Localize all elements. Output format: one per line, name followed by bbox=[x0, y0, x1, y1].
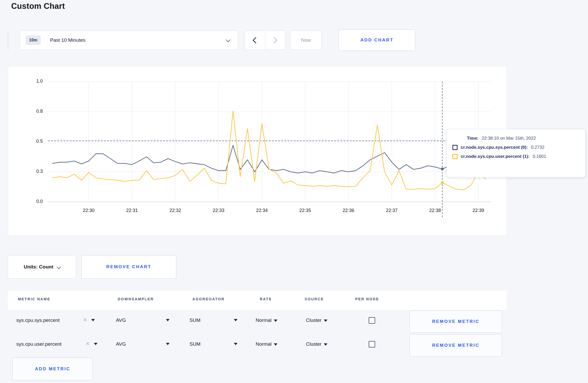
aggregator-caret-icon[interactable] bbox=[234, 343, 237, 345]
source-caret-icon bbox=[324, 320, 327, 322]
source-value: Cluster bbox=[306, 341, 321, 347]
series-sys-swatch-icon bbox=[452, 145, 458, 150]
x-axis-tick-label: 22:38 bbox=[423, 208, 447, 213]
custom-chart-page: Custom Chart 10m Past 10 Minutes Now ADD… bbox=[0, 0, 588, 383]
aggregator-select[interactable]: SUM bbox=[190, 341, 200, 347]
time-range-badge: 10m bbox=[26, 36, 41, 45]
y-axis-tick-label: 1.0 bbox=[22, 79, 43, 84]
page-title: Custom Chart bbox=[11, 2, 65, 11]
y-axis-tick-label: 0.3 bbox=[22, 169, 43, 174]
line-chart[interactable] bbox=[47, 78, 494, 223]
per-node-checkbox[interactable] bbox=[369, 341, 375, 347]
metric-name-caret-icon[interactable] bbox=[94, 343, 97, 345]
col-header-rate: RATE bbox=[260, 297, 272, 301]
y-axis-tick-label: 0.5 bbox=[22, 139, 43, 144]
downsampler-select[interactable]: AVG bbox=[116, 341, 126, 347]
col-header-aggregator: AGGREGATOR bbox=[192, 297, 225, 301]
remove-metric-button[interactable]: REMOVE METRIC bbox=[410, 334, 502, 357]
aggregator-select[interactable]: SUM bbox=[190, 317, 200, 323]
rate-caret-icon bbox=[274, 343, 277, 346]
downsampler-caret-icon[interactable] bbox=[166, 319, 170, 321]
time-range-select[interactable]: 10m Past 10 Minutes bbox=[20, 31, 238, 50]
time-back-button[interactable] bbox=[245, 31, 265, 49]
tooltip-series-label: cr.node.sys.cpu.user.percent (1): bbox=[461, 154, 529, 159]
col-header-downsampler: DOWNSAMPLER bbox=[118, 297, 154, 301]
x-axis-tick-label: 22:32 bbox=[164, 208, 187, 213]
tooltip-time-value: 22:38:10 on Mar 15th, 2022 bbox=[482, 136, 536, 141]
x-axis-tick-label: 22:34 bbox=[250, 208, 274, 213]
rate-select[interactable]: Normal bbox=[256, 341, 277, 347]
chevron-right-icon bbox=[271, 37, 277, 43]
metrics-table-header: METRIC NAME DOWNSAMPLER AGGREGATOR RATE … bbox=[8, 291, 507, 310]
x-axis-tick-label: 22:36 bbox=[337, 208, 360, 213]
remove-metric-x-icon[interactable]: ✕ bbox=[86, 341, 90, 347]
time-nav-group bbox=[245, 31, 285, 50]
rate-value: Normal bbox=[256, 341, 271, 347]
add-metric-button[interactable]: ADD METRIC bbox=[12, 358, 93, 380]
x-axis-tick-label: 22:35 bbox=[293, 208, 317, 213]
downsampler-caret-icon[interactable] bbox=[166, 343, 170, 345]
tooltip-series-row: cr.node.sys.cpu.user.percent (1): 0.1601 bbox=[452, 154, 585, 159]
rate-select[interactable]: Normal bbox=[256, 317, 277, 323]
y-axis-tick-label: 0.0 bbox=[22, 199, 43, 204]
chevron-down-icon bbox=[57, 265, 61, 269]
tooltip-series-label: cr.node.sys.cpu.sys.percent (0): bbox=[461, 145, 528, 150]
remove-metric-button[interactable]: REMOVE METRIC bbox=[410, 310, 502, 333]
remove-metric-x-icon[interactable]: ✕ bbox=[83, 317, 87, 323]
col-header-metric-name: METRIC NAME bbox=[18, 297, 50, 301]
col-header-per-node: PER NODE bbox=[355, 297, 379, 301]
y-axis-tick-label: 0.8 bbox=[22, 109, 43, 114]
chevron-left-icon bbox=[253, 37, 259, 43]
units-select[interactable]: Units: Count bbox=[8, 255, 76, 279]
chart-tooltip: Time: 22:38:10 on Mar 15th, 2022 cr.node… bbox=[446, 129, 585, 177]
downsampler-select[interactable]: AVG bbox=[116, 317, 126, 323]
series-user-swatch-icon bbox=[452, 154, 458, 159]
time-forward-button[interactable] bbox=[265, 31, 285, 49]
per-node-checkbox[interactable] bbox=[369, 317, 375, 324]
source-select[interactable]: Cluster bbox=[306, 341, 327, 347]
col-header-source: SOURCE bbox=[305, 297, 324, 301]
now-button[interactable]: Now bbox=[290, 31, 321, 50]
source-select[interactable]: Cluster bbox=[306, 317, 327, 323]
tooltip-time-label: Time: bbox=[467, 136, 479, 141]
add-chart-button[interactable]: ADD CHART bbox=[339, 30, 415, 51]
source-value: Cluster bbox=[306, 317, 321, 323]
rate-caret-icon bbox=[274, 320, 277, 322]
tooltip-time-row: Time: 22:38:10 on Mar 15th, 2022 bbox=[452, 136, 585, 141]
metric-row: sys.cpu.user.percent ✕ AVG SUM Normal Cl… bbox=[0, 334, 588, 357]
metric-name-caret-icon[interactable] bbox=[91, 319, 95, 321]
x-axis-tick-label: 22:30 bbox=[77, 208, 100, 213]
metric-name: sys.cpu.user.percent bbox=[16, 341, 61, 347]
toolbar-accent-divider bbox=[8, 31, 8, 49]
tooltip-series-value: 0.1601 bbox=[533, 154, 546, 159]
rate-value: Normal bbox=[256, 317, 271, 323]
remove-chart-button[interactable]: REMOVE CHART bbox=[81, 255, 176, 279]
tooltip-series-value: 0.2732 bbox=[531, 145, 544, 150]
metric-name: sys.cpu.sys.percent bbox=[16, 317, 60, 323]
aggregator-caret-icon[interactable] bbox=[234, 319, 237, 321]
x-axis-tick-label: 22:37 bbox=[380, 208, 403, 213]
chevron-down-icon bbox=[226, 37, 230, 42]
tooltip-series-row: cr.node.sys.cpu.sys.percent (0): 0.2732 bbox=[452, 145, 585, 150]
x-axis-tick-label: 22:39 bbox=[467, 208, 490, 213]
time-range-label: Past 10 Minutes bbox=[50, 37, 85, 43]
units-label: Units: Count bbox=[24, 264, 53, 270]
x-axis-tick-label: 22:33 bbox=[207, 208, 230, 213]
source-caret-icon bbox=[324, 343, 327, 346]
x-axis-tick-label: 22:31 bbox=[120, 208, 144, 213]
metric-row: sys.cpu.sys.percent ✕ AVG SUM Normal Clu… bbox=[0, 310, 588, 333]
